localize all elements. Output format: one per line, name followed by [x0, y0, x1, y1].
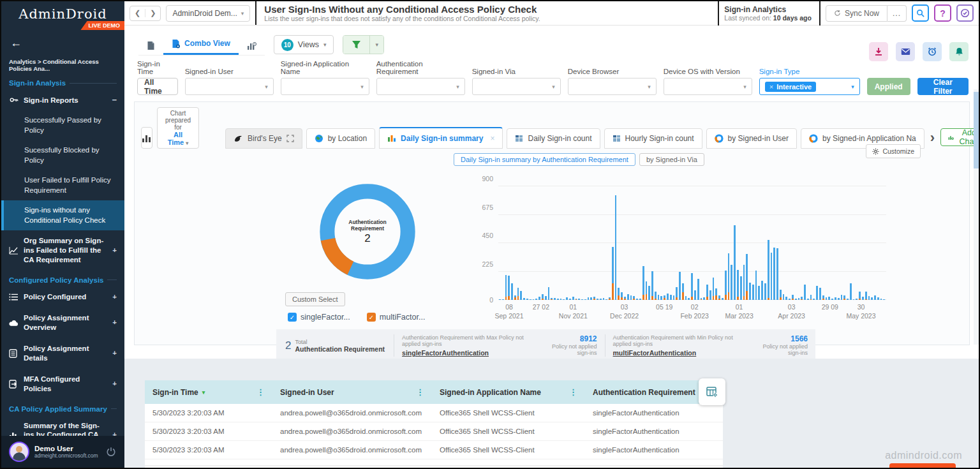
expand-icon[interactable]: +: [112, 246, 117, 255]
table-row[interactable]: 5/30/2023 3:20:03 AMandrea.powell@o365dr…: [145, 422, 723, 441]
sync-now-button[interactable]: Sync Now: [826, 5, 887, 22]
application-name-select[interactable]: ▾: [281, 78, 369, 95]
column-menu-icon[interactable]: ⋮: [569, 387, 577, 397]
device-os-select[interactable]: ▾: [664, 78, 752, 95]
sidebar-group-signin-reports[interactable]: Sign-in Reports −: [1, 89, 124, 110]
sidebar-item-org-summary[interactable]: Org Summary on Sign-ins Failed to Fulfil…: [1, 230, 124, 271]
divider: [718, 1, 719, 26]
remove-tag-icon[interactable]: ×: [769, 83, 773, 91]
views-dropdown[interactable]: 10 Views ▾: [274, 35, 334, 54]
close-tab-icon[interactable]: ×: [490, 134, 494, 143]
collapse-icon[interactable]: −: [112, 95, 117, 105]
chart-tab-birds-eye[interactable]: Bird's Eye: [225, 128, 302, 149]
column-menu-icon[interactable]: ⋮: [256, 387, 265, 397]
chart-prepared-for-dropdown[interactable]: Chart prepared for All Time ▾: [157, 107, 199, 149]
clear-filter-button[interactable]: Clear Filter: [917, 78, 969, 95]
filter-funnel-button[interactable]: [343, 36, 369, 54]
bar[interactable]: [882, 186, 886, 300]
user-profile[interactable]: Demo User admeight.onmicrosoft.com: [1, 436, 124, 468]
workspace-dropdown[interactable]: AdminDroid Dem... ▾: [166, 5, 250, 22]
chart-type-button[interactable]: [141, 127, 152, 149]
signin-type-tag[interactable]: ×Interactive: [765, 82, 816, 92]
data-table: Sign-in Time ▾ ⋮ Signed-in User ⋮ Signed…: [145, 380, 723, 469]
breadcrumb[interactable]: Analytics > Conditional Access Policies …: [1, 53, 124, 73]
sidebar-item-failed-to-fulfill[interactable]: User Failed to Fulfill Policy Requiremen…: [1, 170, 124, 200]
chart-tab-by-location[interactable]: by Location: [306, 128, 375, 149]
views-count-badge: 10: [281, 39, 293, 51]
expand-icon[interactable]: +: [112, 292, 117, 302]
help-button[interactable]: ?: [934, 4, 951, 22]
sidebar-item-blocked-by-policy[interactable]: Sucessfully Blocked by Policy: [1, 140, 124, 170]
expand-icon[interactable]: +: [112, 379, 117, 389]
sidebar-item-policy-assignment-overview[interactable]: Policy Assignment Overview +: [1, 308, 124, 338]
chat-widget-cutoff[interactable]: [889, 463, 956, 469]
column-settings-button[interactable]: [699, 378, 725, 405]
chevron-down-icon: ▾: [360, 84, 364, 90]
min-policy-count[interactable]: 1566: [753, 334, 808, 343]
column-menu-icon[interactable]: ⋮: [416, 387, 424, 397]
scrollbar-thumb[interactable]: [974, 92, 979, 168]
customize-button[interactable]: Customize: [866, 144, 921, 158]
custom-select-button[interactable]: Custom Select: [285, 292, 345, 306]
subtab-by-auth-requirement[interactable]: Daily Sign-in summary by Authentication …: [454, 153, 635, 166]
chart-tab-daily-count[interactable]: Daily Sign-in count: [507, 128, 600, 149]
x-tick-label: 02Feb 2023: [680, 303, 708, 320]
search-button[interactable]: [912, 4, 929, 22]
scrollbar[interactable]: [974, 89, 979, 345]
history-nav: ❮ ❯: [130, 6, 161, 21]
signin-type-select[interactable]: ×Interactive ▾: [759, 78, 860, 95]
expand-icon[interactable]: +: [112, 318, 117, 327]
nav-forward-icon[interactable]: ❯: [145, 9, 160, 17]
sidebar: AdminDroid LIVE DEMO ← Analytics > Condi…: [1, 1, 124, 468]
tabs-scroll-right-icon[interactable]: ›: [930, 130, 935, 146]
chart-tab-hourly-count[interactable]: Hourly Sign-in count: [604, 128, 702, 149]
section-signin-analysis: Sign-in Analysis: [1, 73, 124, 89]
legend-multifactor[interactable]: ✓ multiFactor...: [367, 313, 426, 322]
schedule-button[interactable]: [923, 42, 942, 61]
filter-caret-button[interactable]: ▾: [369, 36, 383, 54]
column-header-signed-in-user[interactable]: Signed-in User ⋮: [272, 380, 432, 404]
max-policy-count[interactable]: 8912: [542, 334, 597, 343]
signed-in-user-select[interactable]: ▾: [185, 78, 274, 95]
chart-tab-daily-summary[interactable]: Daily Sign-in summary ×: [379, 127, 503, 149]
legend-singlefactor[interactable]: ✓ singleFactor...: [288, 313, 350, 322]
checkbox-checked-icon[interactable]: ✓: [367, 313, 376, 322]
checkbox-checked-icon[interactable]: ✓: [288, 313, 297, 322]
table-row[interactable]: 5/30/2023 3:20:03 AMandrea.powell@o365dr…: [145, 404, 723, 422]
column-settings-icon: [706, 385, 718, 398]
sidebar-item-signins-without-policy-check[interactable]: Sign-ins without any Conditional Policy …: [1, 200, 124, 230]
donut-chart-icon: [809, 134, 818, 143]
email-button[interactable]: [896, 42, 915, 61]
sidebar-item-mfa-configured-policies[interactable]: MFA Configured Policies +: [1, 369, 124, 399]
tab-combo-view[interactable]: Combo View: [163, 34, 239, 55]
signed-in-via-select[interactable]: ▾: [472, 78, 561, 95]
table-row[interactable]: 5/30/2023 3:20:03 AMandrea.powell@o365dr…: [145, 466, 723, 469]
column-header-application-name[interactable]: Signed-in Application Name ⋮: [432, 380, 585, 404]
signin-time-filter[interactable]: All Time: [137, 78, 178, 95]
nav-back-icon[interactable]: ❮: [130, 9, 145, 17]
chart-tab-by-signed-in-user[interactable]: by Signed-in User: [706, 128, 797, 149]
back-arrow-icon[interactable]: ←: [10, 36, 22, 49]
power-icon[interactable]: [105, 446, 117, 458]
x-axis: 08Sep 202127 02 01Nov 202103Dec 202205 1…: [498, 300, 886, 320]
expand-icon[interactable]: +: [112, 348, 117, 358]
tab-grid-view[interactable]: [138, 36, 163, 55]
auth-requirement-select[interactable]: ▾: [376, 78, 465, 95]
tab-chart-view[interactable]: [239, 37, 265, 55]
min-policy-name-link[interactable]: multiFactorAuthentication: [613, 349, 746, 357]
y-tick-label: 675: [473, 204, 493, 211]
sidebar-item-passed-by-policy[interactable]: Successfully Passed by Policy: [1, 110, 124, 140]
column-header-signin-time[interactable]: Sign-in Time ▾ ⋮: [145, 380, 272, 404]
status-check-button[interactable]: [956, 4, 974, 22]
subtab-by-signed-in-via[interactable]: by Signed-in Via: [639, 153, 704, 166]
sort-icon[interactable]: ▾: [202, 389, 205, 396]
sidebar-item-policy-configured[interactable]: Policy Configured +: [1, 287, 124, 308]
device-browser-select[interactable]: ▾: [568, 78, 657, 95]
table-row[interactable]: 5/30/2023 3:20:03 AMandrea.powell@o365dr…: [145, 441, 723, 459]
max-policy-name-link[interactable]: singleFactorAuthentication: [402, 349, 536, 357]
export-button[interactable]: [869, 42, 888, 61]
applied-button[interactable]: Applied: [867, 78, 910, 95]
alerts-button[interactable]: [949, 42, 969, 61]
sync-more-button[interactable]: ...: [887, 5, 907, 22]
sidebar-item-policy-assignment-details[interactable]: Policy Assignment Details +: [1, 338, 124, 369]
